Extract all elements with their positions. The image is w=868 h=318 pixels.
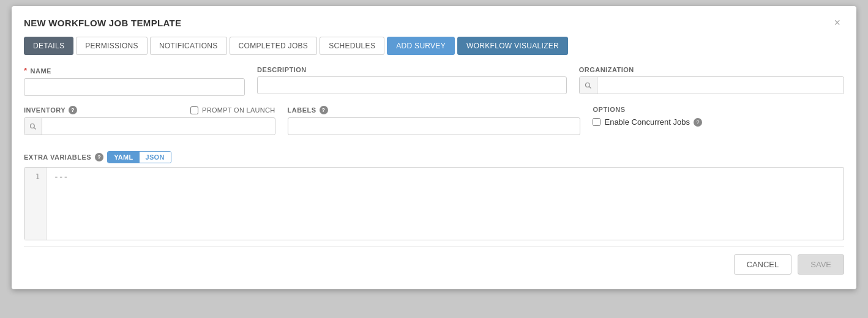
options-label: OPTIONS — [593, 106, 844, 113]
labels-help-icon[interactable]: ? — [320, 106, 328, 114]
extra-variables-label: EXTRA VARIABLES ? YAML JSON — [24, 151, 844, 163]
json-toggle-button[interactable]: JSON — [140, 152, 171, 163]
cancel-button[interactable]: CANCEL — [734, 254, 792, 275]
form-body: * NAME DESCRIPTION ORGANIZATION — [12, 55, 856, 151]
description-input[interactable] — [257, 76, 567, 94]
tab-add-survey[interactable]: ADD SURVEY — [387, 37, 455, 55]
svg-line-3 — [34, 127, 36, 129]
required-star: * — [24, 66, 28, 75]
tab-details[interactable]: DETAILS — [24, 37, 73, 55]
yaml-toggle-button[interactable]: YAML — [108, 152, 139, 163]
form-row-2: INVENTORY ? PROMPT ON LAUNCH — [24, 106, 844, 135]
organization-input[interactable] — [597, 77, 844, 94]
inventory-search-field — [24, 117, 275, 135]
save-button[interactable]: SAVE — [798, 254, 844, 275]
tab-permissions[interactable]: PERMISSIONS — [76, 37, 148, 55]
tab-notifications[interactable]: NOTIFICATIONS — [150, 37, 227, 55]
inventory-label: INVENTORY ? — [24, 106, 77, 114]
svg-point-0 — [585, 83, 589, 87]
extra-variables-section: EXTRA VARIABLES ? YAML JSON 1 --- — [12, 151, 856, 246]
extra-variables-editor[interactable]: 1 --- — [24, 167, 844, 240]
extra-variables-help-icon[interactable]: ? — [95, 153, 103, 161]
organization-search-field — [579, 76, 844, 94]
close-button[interactable]: × — [830, 16, 844, 29]
inventory-group: INVENTORY ? PROMPT ON LAUNCH — [24, 106, 275, 135]
prompt-on-launch-checkbox[interactable] — [190, 106, 198, 114]
enable-concurrent-jobs-label[interactable]: Enable Concurrent Jobs — [604, 117, 689, 127]
modal-header: NEW WORKFLOW JOB TEMPLATE × — [12, 6, 856, 29]
inventory-input[interactable] — [42, 118, 275, 135]
inventory-help-icon[interactable]: ? — [69, 106, 77, 114]
name-group: * NAME — [24, 66, 245, 96]
organization-group: ORGANIZATION — [579, 66, 844, 96]
tabs-bar: DETAILS PERMISSIONS NOTIFICATIONS COMPLE… — [12, 29, 856, 55]
description-label: DESCRIPTION — [257, 66, 567, 73]
form-row-1: * NAME DESCRIPTION ORGANIZATION — [24, 66, 844, 96]
name-label: * NAME — [24, 66, 245, 75]
prompt-on-launch-label[interactable]: PROMPT ON LAUNCH — [190, 106, 275, 114]
svg-point-2 — [31, 124, 35, 128]
enable-concurrent-jobs-checkbox[interactable] — [593, 118, 600, 126]
new-workflow-job-template-modal: NEW WORKFLOW JOB TEMPLATE × DETAILS PERM… — [12, 6, 856, 289]
name-input[interactable] — [24, 78, 245, 96]
labels-label: LABELS ? — [288, 106, 581, 114]
line-numbers: 1 — [24, 168, 47, 240]
org-search-icon — [580, 77, 597, 94]
concurrent-jobs-help-icon[interactable]: ? — [694, 118, 702, 127]
tab-completed-jobs[interactable]: COMPLETED JOBS — [230, 37, 318, 55]
tab-workflow-visualizer[interactable]: WORKFLOW VISUALIZER — [457, 37, 568, 55]
enable-concurrent-jobs-row: Enable Concurrent Jobs ? — [593, 117, 844, 127]
yaml-json-toggle: YAML JSON — [107, 151, 171, 163]
modal-title: NEW WORKFLOW JOB TEMPLATE — [24, 18, 181, 28]
modal-footer: CANCEL SAVE — [12, 247, 856, 277]
description-group: DESCRIPTION — [257, 66, 567, 96]
tab-schedules[interactable]: SCHEDULES — [320, 37, 384, 55]
labels-input[interactable] — [288, 117, 581, 135]
labels-group: LABELS ? — [288, 106, 581, 135]
options-group: OPTIONS Enable Concurrent Jobs ? — [593, 106, 844, 135]
svg-line-1 — [589, 86, 591, 88]
organization-label: ORGANIZATION — [579, 66, 844, 73]
inv-search-icon — [24, 118, 42, 135]
code-content: --- — [47, 168, 844, 240]
